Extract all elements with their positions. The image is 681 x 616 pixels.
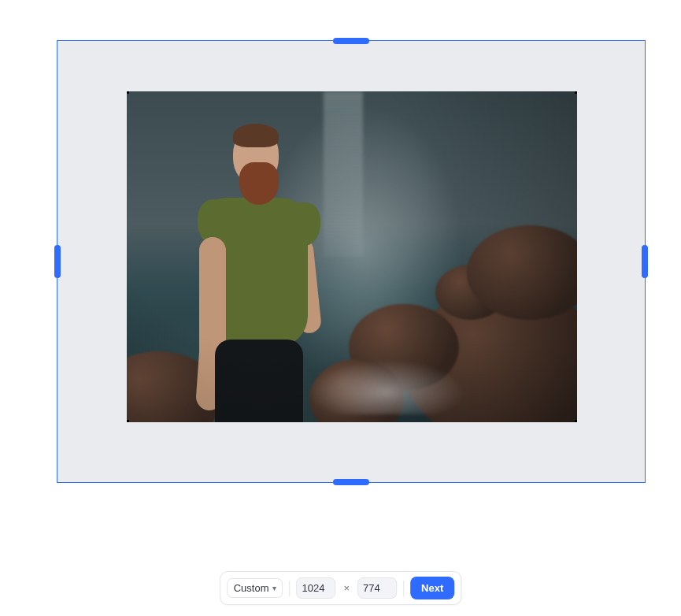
- toolbar-divider: [290, 581, 291, 596]
- resize-handle-left[interactable]: [54, 245, 61, 278]
- width-input[interactable]: [297, 577, 336, 599]
- image-handle-bottom-right[interactable]: [575, 420, 577, 422]
- size-toolbar: Custom ▾ × Next: [220, 571, 462, 605]
- crop-canvas[interactable]: [57, 40, 646, 483]
- resize-handle-top[interactable]: [333, 38, 369, 44]
- image-handle-bottom-left[interactable]: [127, 420, 129, 422]
- chevron-down-icon: ▾: [272, 584, 276, 592]
- image-handle-top-left[interactable]: [127, 91, 129, 94]
- resize-handle-bottom[interactable]: [333, 479, 369, 485]
- source-image[interactable]: [127, 91, 577, 422]
- image-subject: [158, 119, 331, 422]
- image-foam: [308, 359, 465, 414]
- image-handle-top-right[interactable]: [575, 91, 577, 94]
- height-input[interactable]: [357, 577, 397, 599]
- dimension-separator: ×: [342, 582, 352, 594]
- next-button[interactable]: Next: [410, 577, 454, 599]
- toolbar-divider: [403, 581, 404, 596]
- size-mode-label: Custom: [234, 582, 269, 594]
- resize-handle-right[interactable]: [642, 245, 648, 278]
- size-mode-select[interactable]: Custom ▾: [227, 578, 283, 598]
